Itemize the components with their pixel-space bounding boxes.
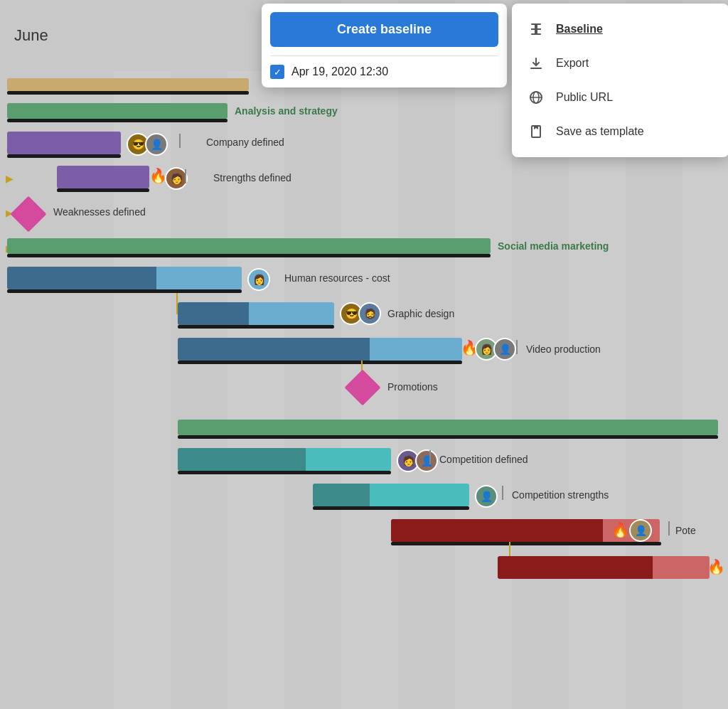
- menu-item-save-template[interactable]: Save as template: [518, 114, 723, 149]
- avatar-4: 👩: [247, 268, 270, 291]
- avatar-group-human: 👩: [247, 268, 270, 291]
- bar-potential-dark[interactable]: [391, 519, 604, 542]
- menu-label-export: Export: [556, 57, 589, 70]
- arrow-left-1: ▶: [6, 173, 14, 184]
- gantt-content: Analysis and strategy ▶ 😎 👤 Company defi…: [0, 71, 728, 709]
- pipe-5: [502, 486, 503, 500]
- diamond-promotions[interactable]: [345, 370, 381, 406]
- menu-label-save-template: Save as template: [556, 125, 644, 138]
- dark-bar-6: [7, 289, 242, 293]
- label-human-resources: Human resources - cost: [284, 272, 390, 284]
- avatar-11: 👤: [475, 485, 498, 508]
- menu-label-public-url: Public URL: [556, 91, 613, 104]
- summary-bar-tan: [7, 78, 249, 91]
- label-weaknesses-defined: Weaknesses defined: [53, 206, 146, 218]
- label-strengths-defined: Strengths defined: [213, 172, 291, 183]
- pipe-4: [429, 450, 431, 464]
- fire-icon-4: 🔥: [707, 558, 725, 575]
- bar-video-dark[interactable]: [178, 338, 370, 361]
- date-row: ✓ Apr 19, 2020 12:30: [270, 65, 498, 79]
- svg-rect-1: [535, 24, 537, 34]
- dark-bar-9: [178, 435, 718, 439]
- avatar-group-comp-strengths: 👤: [475, 485, 498, 508]
- date-checkbox[interactable]: ✓: [270, 65, 284, 79]
- bar-company-defined[interactable]: [7, 132, 121, 154]
- menu-label-baseline: Baseline: [556, 23, 603, 36]
- label-comp-strengths: Competition strengths: [512, 489, 609, 501]
- create-baseline-button[interactable]: Create baseline: [270, 12, 498, 47]
- menu-item-export[interactable]: Export: [518, 46, 723, 80]
- public-url-icon: [526, 87, 546, 107]
- avatar-6: 🧔: [358, 302, 381, 325]
- avatar-2: 👤: [145, 133, 168, 156]
- dark-bar-3: [7, 154, 121, 158]
- dark-bar-7: [178, 325, 334, 329]
- bar-competition-light[interactable]: [306, 448, 391, 471]
- avatar-group-potential: 👤: [629, 519, 652, 542]
- svg-rect-4: [530, 68, 542, 69]
- bar-graphic-design-dark[interactable]: [178, 302, 249, 325]
- menu-item-public-url[interactable]: Public URL: [518, 80, 723, 114]
- label-graphic-design: Graphic design: [387, 308, 454, 319]
- pipe-6: [668, 521, 670, 535]
- dark-bar-1: [7, 91, 249, 95]
- export-icon: [526, 53, 546, 73]
- baseline-icon: [526, 19, 546, 39]
- fire-icon-3: 🔥: [611, 521, 629, 538]
- svg-rect-2: [531, 23, 541, 25]
- gantt-header: June: [0, 0, 263, 71]
- avatar-10: 👤: [415, 449, 438, 472]
- pipe-3: [516, 340, 518, 354]
- menu-item-baseline[interactable]: Baseline: [518, 12, 723, 46]
- label-potential: Pote: [675, 525, 696, 536]
- bar-comp-strengths-light[interactable]: [370, 484, 469, 506]
- diamond-weaknesses[interactable]: [11, 196, 47, 233]
- avatar-group-video: 👩 👤: [475, 338, 516, 361]
- bar-video-light[interactable]: [370, 338, 462, 361]
- bar-social-media[interactable]: [7, 238, 491, 254]
- label-company-defined: Company defined: [206, 137, 284, 148]
- date-value: Apr 19, 2020 12:30: [291, 65, 388, 78]
- menu-popup: Baseline Export Public URL: [512, 4, 728, 157]
- bar-human-resources-light[interactable]: [156, 267, 242, 289]
- month-label: June: [14, 26, 48, 45]
- create-baseline-popup: Create baseline ✓ Apr 19, 2020 12:30: [262, 4, 507, 87]
- dark-bar-10: [178, 471, 391, 474]
- dark-bar-8: [178, 361, 462, 364]
- bar-competition-dark[interactable]: [178, 448, 306, 471]
- bar-sub-red-light[interactable]: [653, 556, 710, 579]
- label-video-production: Video production: [526, 343, 601, 355]
- label-competition-defined: Competition defined: [439, 454, 528, 465]
- avatar-8: 👤: [493, 338, 516, 361]
- label-social-media: Social media marketing: [498, 240, 609, 252]
- bar-comp-strengths-dark[interactable]: [313, 484, 370, 506]
- dark-bar-2: [7, 119, 228, 122]
- bar-sub-red-dark[interactable]: [498, 556, 654, 579]
- bar-strengths-defined[interactable]: [57, 166, 149, 188]
- dark-bar-12: [391, 542, 661, 545]
- bar-graphic-design-light[interactable]: [249, 302, 334, 325]
- avatar-12: 👤: [629, 519, 652, 542]
- avatar-group-company: 😎 👤: [127, 133, 168, 156]
- pipe-2: [185, 169, 186, 183]
- label-analysis-strategy: Analysis and strategy: [235, 105, 338, 117]
- divider: [270, 55, 498, 56]
- avatar-group-competition: 🧑 👤: [397, 449, 438, 472]
- svg-rect-3: [531, 33, 541, 35]
- bar-human-resources-dark[interactable]: [7, 267, 156, 289]
- avatar-group-graphic: 😎 🧔: [340, 302, 381, 325]
- pipe-1: [179, 134, 181, 148]
- bar-third-group[interactable]: [178, 420, 718, 435]
- dark-bar-5: [7, 254, 491, 257]
- save-template-icon: [526, 122, 546, 142]
- label-promotions: Promotions: [387, 381, 438, 393]
- dark-bar-11: [313, 506, 469, 510]
- dark-bar-4: [57, 188, 149, 192]
- bar-analysis-strategy[interactable]: [7, 103, 228, 119]
